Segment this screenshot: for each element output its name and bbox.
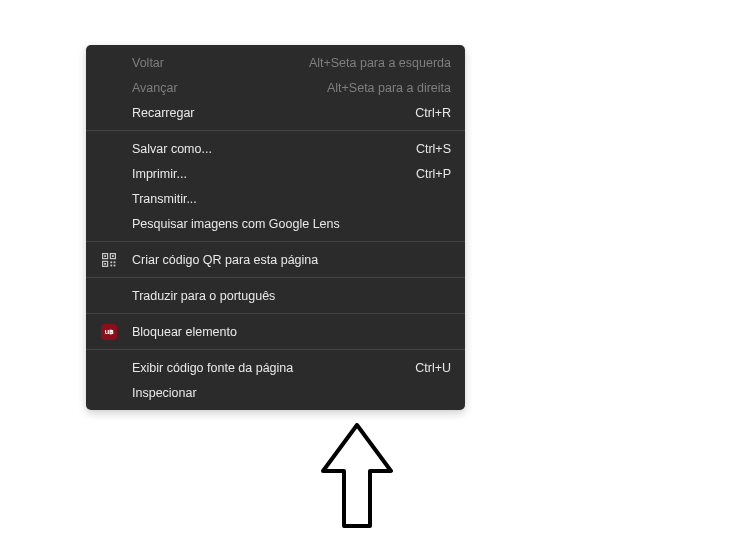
menu-item-label: Bloquear elemento <box>132 325 451 339</box>
menu-item-label: Criar código QR para esta página <box>132 253 451 267</box>
menu-item-back[interactable]: Voltar Alt+Seta para a esquerda <box>86 50 465 75</box>
menu-item-shortcut: Ctrl+R <box>415 106 451 120</box>
menu-item-shortcut: Alt+Seta para a direita <box>327 81 451 95</box>
svg-rect-5 <box>104 263 106 265</box>
menu-item-forward[interactable]: Avançar Alt+Seta para a direita <box>86 75 465 100</box>
qr-code-icon <box>102 253 116 267</box>
menu-item-label: Voltar <box>132 56 309 70</box>
menu-item-shortcut: Ctrl+U <box>415 361 451 375</box>
icon-slot <box>86 253 132 267</box>
menu-separator <box>86 130 465 131</box>
menu-item-translate[interactable]: Traduzir para o português <box>86 283 465 308</box>
menu-item-label: Recarregar <box>132 106 415 120</box>
svg-rect-3 <box>104 255 106 257</box>
menu-item-label: Salvar como... <box>132 142 416 156</box>
menu-item-label: Inspecionar <box>132 386 451 400</box>
menu-item-shortcut: Ctrl+S <box>416 142 451 156</box>
icon-slot: uʙ <box>86 324 132 340</box>
menu-separator <box>86 277 465 278</box>
context-menu: Voltar Alt+Seta para a esquerda Avançar … <box>86 45 465 410</box>
ublock-icon: uʙ <box>101 324 117 340</box>
menu-item-ublock[interactable]: uʙ Bloquear elemento <box>86 319 465 344</box>
svg-rect-9 <box>114 264 116 266</box>
menu-item-label: Traduzir para o português <box>132 289 451 303</box>
svg-rect-6 <box>110 261 112 263</box>
menu-separator <box>86 241 465 242</box>
menu-item-reload[interactable]: Recarregar Ctrl+R <box>86 100 465 125</box>
menu-item-lens-search[interactable]: Pesquisar imagens com Google Lens <box>86 211 465 236</box>
menu-item-label: Avançar <box>132 81 327 95</box>
menu-item-print[interactable]: Imprimir... Ctrl+P <box>86 161 465 186</box>
arrow-annotation-icon <box>318 423 396 531</box>
menu-item-save-as[interactable]: Salvar como... Ctrl+S <box>86 136 465 161</box>
menu-item-label: Imprimir... <box>132 167 416 181</box>
menu-item-label: Exibir código fonte da página <box>132 361 415 375</box>
menu-item-shortcut: Ctrl+P <box>416 167 451 181</box>
menu-item-label: Transmitir... <box>132 192 451 206</box>
svg-rect-7 <box>114 261 116 263</box>
menu-item-label: Pesquisar imagens com Google Lens <box>132 217 451 231</box>
menu-item-qr-code[interactable]: Criar código QR para esta página <box>86 247 465 272</box>
menu-separator <box>86 313 465 314</box>
menu-item-cast[interactable]: Transmitir... <box>86 186 465 211</box>
menu-item-inspect[interactable]: Inspecionar <box>86 380 465 405</box>
menu-item-shortcut: Alt+Seta para a esquerda <box>309 56 451 70</box>
svg-rect-8 <box>110 264 112 266</box>
svg-rect-4 <box>112 255 114 257</box>
menu-separator <box>86 349 465 350</box>
menu-item-view-source[interactable]: Exibir código fonte da página Ctrl+U <box>86 355 465 380</box>
